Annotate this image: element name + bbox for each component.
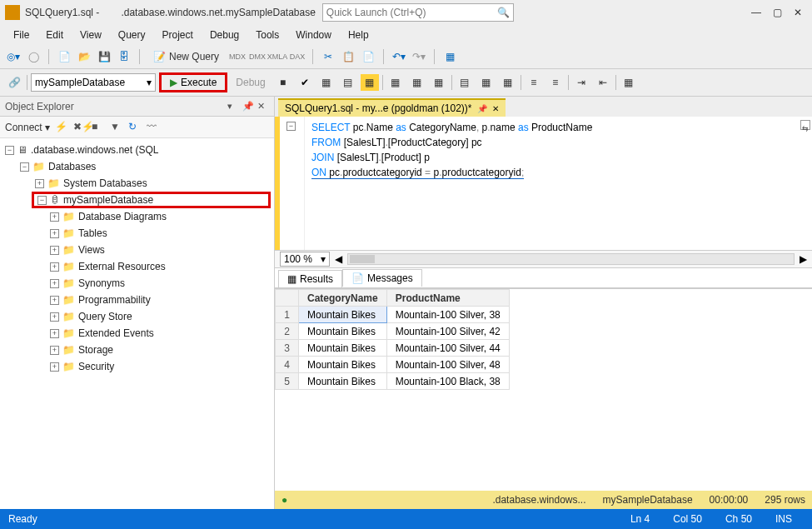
menu-query[interactable]: Query <box>110 27 154 43</box>
expand-icon[interactable]: + <box>50 329 59 338</box>
db-child-node[interactable]: +📁Storage <box>50 342 271 358</box>
table-row[interactable]: 1Mountain BikesMountain-100 Silver, 38 <box>276 307 510 323</box>
expand-icon[interactable]: + <box>50 296 59 305</box>
results-grid[interactable]: CategoryName ProductName 1Mountain Bikes… <box>275 288 812 491</box>
new-file-button[interactable]: 📄 <box>56 48 72 65</box>
cell-productname[interactable]: Mountain-100 Silver, 48 <box>386 357 509 373</box>
cell-productname[interactable]: Mountain-100 Silver, 44 <box>386 340 509 357</box>
object-explorer-tree[interactable]: − 🖥 .database.windows.net (SQL − 📁 Datab… <box>0 138 274 509</box>
database-combo[interactable]: mySampleDatabase ▾ <box>31 73 156 92</box>
menu-debug[interactable]: Debug <box>202 27 247 43</box>
connect-button[interactable]: Connect ▾ <box>5 122 50 133</box>
horizontal-scrollbar[interactable] <box>347 253 795 265</box>
estimated-plan-button[interactable]: ▦ <box>317 74 336 91</box>
split-icon[interactable]: ⇆ <box>800 120 810 130</box>
change-connection-button[interactable]: 🔗 <box>5 74 23 91</box>
menu-project[interactable]: Project <box>154 27 202 43</box>
pin-icon[interactable]: 📌 <box>242 101 254 112</box>
properties-button[interactable]: ▦ <box>441 48 458 65</box>
close-button[interactable]: ✕ <box>794 7 802 18</box>
stop-button[interactable]: ■ <box>274 74 292 91</box>
scroll-right-icon[interactable]: ▶ <box>800 253 807 265</box>
db-child-node[interactable]: +📁Security <box>50 358 271 375</box>
filter-icon[interactable]: ▼ <box>110 121 123 134</box>
expand-icon[interactable]: + <box>50 246 59 255</box>
disconnect-icon[interactable]: ✖⚡ <box>73 121 87 134</box>
db-child-node[interactable]: +📁Query Store <box>50 308 271 325</box>
expand-icon[interactable]: + <box>35 179 44 188</box>
db-child-node[interactable]: +📁External Resources <box>50 258 271 275</box>
cell-productname[interactable]: Mountain-100 Silver, 38 <box>386 307 509 323</box>
save-button[interactable]: 💾 <box>96 48 112 65</box>
mysampledatabase-node[interactable]: − 🛢 mySampleDatabase <box>32 192 271 208</box>
collapse-icon[interactable]: − <box>5 146 14 155</box>
menu-view[interactable]: View <box>72 27 110 43</box>
specify-values-button[interactable]: ▦ <box>620 74 638 91</box>
menu-help[interactable]: Help <box>340 27 377 43</box>
parse-button[interactable]: ✔ <box>296 74 314 91</box>
collapse-icon[interactable]: − <box>37 196 47 205</box>
cell-productname[interactable]: Mountain-100 Silver, 42 <box>386 323 509 340</box>
table-row[interactable]: 3Mountain BikesMountain-100 Silver, 44 <box>276 340 510 357</box>
code-body[interactable]: ⇆SELECT pc.Name as CategoryName, p.name … <box>305 117 812 250</box>
collapse-icon[interactable]: − <box>20 162 29 172</box>
dax-button[interactable]: DAX <box>289 48 306 65</box>
cell-categoryname[interactable]: Mountain Bikes <box>299 373 387 390</box>
copy-button[interactable]: 📋 <box>340 48 356 65</box>
menu-edit[interactable]: Edit <box>37 27 72 43</box>
cell-categoryname[interactable]: Mountain Bikes <box>299 357 387 373</box>
col-productname[interactable]: ProductName <box>386 290 509 307</box>
indent-button[interactable]: ⇥ <box>572 74 590 91</box>
server-node[interactable]: − 🖥 .database.windows.net (SQL <box>5 142 271 158</box>
table-row[interactable]: 4Mountain BikesMountain-100 Silver, 48 <box>276 357 510 373</box>
cell-productname[interactable]: Mountain-100 Black, 38 <box>386 373 509 390</box>
back-button[interactable]: ◎▾ <box>5 48 22 65</box>
expand-icon[interactable]: + <box>50 262 59 272</box>
db-child-node[interactable]: +📁Database Diagrams <box>50 208 271 225</box>
col-categoryname[interactable]: CategoryName <box>299 290 387 307</box>
client-stats-button[interactable]: ▦ <box>430 74 448 91</box>
close-icon[interactable]: ✕ <box>257 101 269 112</box>
fold-icon[interactable]: − <box>286 122 296 131</box>
table-row[interactable]: 5Mountain BikesMountain-100 Black, 38 <box>276 373 510 390</box>
expand-icon[interactable]: + <box>50 362 59 372</box>
dmx-button[interactable]: DMX <box>249 48 266 65</box>
messages-tab[interactable]: 📄 Messages <box>342 269 422 287</box>
results-file-button[interactable]: ▦ <box>499 74 517 91</box>
comment-button[interactable]: ≡ <box>525 74 543 91</box>
db-child-node[interactable]: +📁Tables <box>50 225 271 242</box>
refresh-icon[interactable]: ↻ <box>128 121 142 134</box>
cell-categoryname[interactable]: Mountain Bikes <box>299 340 387 357</box>
connect-icon[interactable]: ⚡ <box>55 121 68 134</box>
menu-window[interactable]: Window <box>287 27 340 43</box>
scroll-left-icon[interactable]: ◀ <box>335 253 342 265</box>
cell-categoryname[interactable]: Mountain Bikes <box>299 323 387 340</box>
system-databases-node[interactable]: + 📁 System Databases <box>35 175 271 192</box>
expand-icon[interactable]: + <box>50 212 59 222</box>
execute-button[interactable]: ▶ Execute <box>159 72 227 92</box>
save-all-button[interactable]: 🗄 <box>116 48 132 65</box>
undo-button[interactable]: ↶▾ <box>391 48 407 65</box>
db-child-node[interactable]: +📁Programmability <box>50 292 271 308</box>
menu-file[interactable]: File <box>5 27 37 43</box>
zoom-combo[interactable]: 100 %▾ <box>280 252 330 267</box>
mdx-button[interactable]: MDX <box>229 48 246 65</box>
expand-icon[interactable]: + <box>50 279 59 288</box>
live-stats-button[interactable]: ▦ <box>408 74 426 91</box>
cell-categoryname[interactable]: Mountain Bikes <box>299 307 387 323</box>
dropdown-icon[interactable]: ▾ <box>227 101 239 112</box>
db-child-node[interactable]: +📁Views <box>50 242 271 258</box>
minimize-button[interactable]: — <box>751 7 761 18</box>
results-grid-button[interactable]: ▦ <box>477 74 496 91</box>
results-tab[interactable]: ▦ Results <box>278 270 342 287</box>
paste-button[interactable]: 📄 <box>360 48 376 65</box>
actual-plan-button[interactable]: ▦ <box>386 74 405 91</box>
query-options-button[interactable]: ▤ <box>339 74 357 91</box>
editor-tab[interactable]: SQLQuery1.sql - my...e (pgoldman (102))*… <box>278 98 506 117</box>
results-text-button[interactable]: ▤ <box>456 74 474 91</box>
intellisense-button[interactable]: ▦ <box>361 74 379 91</box>
close-icon[interactable]: ✕ <box>492 104 499 113</box>
new-query-button[interactable]: 📝 New Query <box>147 49 226 64</box>
quick-launch-input[interactable] <box>326 7 497 18</box>
db-child-node[interactable]: +📁Extended Events <box>50 325 271 342</box>
